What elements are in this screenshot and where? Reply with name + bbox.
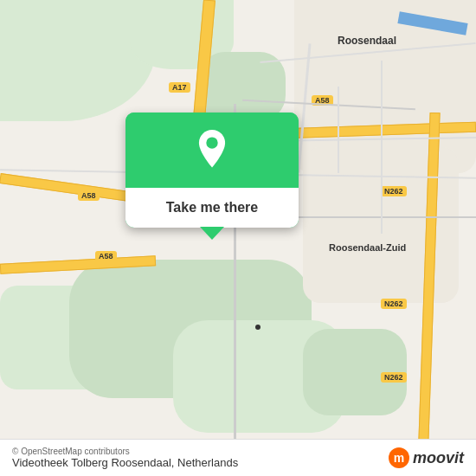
take-me-there-button[interactable]: Take me there	[143, 198, 281, 217]
city-label-roosendaal: Roosendaal	[338, 35, 396, 47]
place-name: Videotheek Tolberg Roosendaal, Netherlan…	[12, 456, 238, 469]
moovit-m-icon: m	[389, 447, 409, 468]
road-label-n262-mid: N262	[381, 299, 407, 309]
popup-button-area[interactable]: Take me there	[125, 188, 299, 228]
moovit-text: moovit	[413, 449, 464, 467]
bottom-info: © OpenStreetMap contributors Videotheek …	[12, 447, 238, 469]
map-container: A17 A58 A58 A58 N262 N262 N262 Roosendaa…	[0, 0, 476, 476]
svg-point-0	[206, 137, 217, 148]
road-label-a58-bot: A58	[95, 251, 117, 261]
osm-credit: © OpenStreetMap contributors	[12, 447, 238, 456]
popup-card: Take me there	[125, 113, 299, 228]
map-background: A17 A58 A58 A58 N262 N262 N262 Roosendaa…	[0, 0, 476, 476]
bottom-bar: © OpenStreetMap contributors Videotheek …	[0, 439, 476, 476]
road-label-n262-bot: N262	[381, 372, 407, 383]
road-label-a58-mid: A58	[78, 190, 100, 201]
road-label-n262-top: N262	[381, 186, 407, 196]
road-label-a17: A17	[169, 82, 190, 93]
location-pin-icon	[190, 130, 235, 175]
city-label-roosendaal-zuid: Roosendaal-Zuid	[329, 242, 406, 253]
popup-icon-area	[125, 113, 299, 188]
moovit-logo: m moovit	[389, 447, 464, 468]
